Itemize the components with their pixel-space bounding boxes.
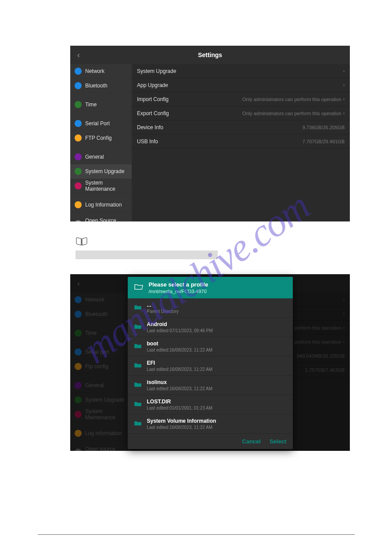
file-row[interactable]: bootLast edited:16/08/2023, 11:22 AM (128, 337, 293, 356)
select-button[interactable]: Select (270, 438, 286, 445)
sidebar-icon (75, 182, 82, 189)
settings-row[interactable]: Export ConfigOnly administrators can per… (132, 106, 350, 120)
settings-screenshot-2: ‹ NetworkBluetoothTimeSerial portFtp con… (70, 274, 350, 451)
redacted-bar (76, 250, 218, 259)
modal-overlay: Please select a profile /mnt/media_rw/FC… (70, 274, 350, 451)
sidebar-item-system-upgrade[interactable]: System Upgrade (70, 164, 132, 179)
settings-row[interactable]: System Upgrade› (132, 64, 350, 78)
sidebar-item-system-maintenance[interactable]: System Maintenance (70, 179, 132, 193)
sidebar-item-label: FTP Config (85, 135, 111, 141)
file-meta: Last edited:01/01/2001, 01:23 AM (147, 406, 213, 410)
row-label: Import Config (137, 96, 169, 102)
sidebar-item-label: Bluetooth (85, 83, 108, 89)
file-meta: Last edited:16/08/2023, 11:22 AM (147, 367, 213, 372)
folder-icon (134, 401, 142, 408)
chevron-right-icon: › (343, 111, 345, 116)
row-value: 9.736GB/26.205GB (302, 125, 345, 130)
sidebar-item-label: Open Source Software (85, 218, 127, 221)
header: ‹ Settings (70, 46, 350, 64)
settings-screenshot-1: ‹ Settings NetworkBluetoothTimeSerial Po… (70, 46, 350, 221)
file-meta: Parent Directory (147, 309, 179, 314)
sidebar-item-general[interactable]: General (70, 150, 132, 164)
file-meta: Last edited:16/08/2023, 11:22 AM (147, 348, 213, 352)
sidebar-icon (75, 220, 82, 221)
file-row[interactable]: isolinuxLast edited:16/08/2023, 11:22 AM (128, 376, 293, 395)
sidebar-icon (75, 82, 82, 89)
sidebar-icon (75, 68, 82, 75)
row-label: USB Info (137, 138, 158, 145)
file-row[interactable]: ...Parent Directory (128, 298, 293, 318)
sidebar-item-label: Log Information (85, 202, 122, 208)
sidebar-icon (75, 201, 82, 208)
dialog-title: Please select a profile (149, 281, 209, 288)
row-label: Device Info (137, 124, 163, 131)
sidebar-item-log-information[interactable]: Log Information (70, 198, 132, 212)
sidebar-icon (75, 120, 82, 127)
sidebar-icon (75, 101, 82, 108)
row-value: 7.707GB/29.491GB (302, 139, 345, 144)
dialog-header: Please select a profile /mnt/media_rw/FC… (128, 277, 293, 298)
sidebar-icon (75, 134, 82, 141)
file-name: LOST.DIR (147, 399, 213, 405)
file-row[interactable]: LOST.DIRLast edited:01/01/2001, 01:23 AM (128, 395, 293, 414)
sidebar: NetworkBluetoothTimeSerial PortFTP Confi… (70, 64, 132, 221)
folder-icon (134, 381, 142, 389)
file-name: System Volume Information (147, 418, 216, 424)
footer-divider (38, 534, 355, 535)
sidebar-item-label: Time (85, 102, 97, 108)
sidebar-item-label: System Upgrade (85, 168, 124, 174)
row-value: Only administrators can perform this ope… (242, 111, 342, 116)
file-name: EFI (147, 360, 213, 366)
sidebar-item-time[interactable]: Time (70, 98, 132, 112)
file-meta: Last edited:16/08/2023, 11:22 AM (147, 386, 213, 391)
file-list: ...Parent DirectoryAndroidLast edited:07… (128, 298, 293, 434)
file-row[interactable]: EFILast edited:16/08/2023, 11:22 AM (128, 356, 293, 376)
row-label: System Upgrade (137, 68, 176, 74)
settings-row[interactable]: App Upgrade› (132, 78, 350, 92)
sidebar-icon (75, 153, 82, 160)
file-name: ... (147, 302, 179, 308)
file-name: Android (147, 321, 213, 327)
sidebar-item-network[interactable]: Network (70, 64, 132, 79)
folder-icon (134, 304, 142, 312)
sidebar-item-label: Network (85, 68, 104, 74)
chevron-right-icon: › (343, 69, 345, 73)
file-name: isolinux (147, 379, 213, 385)
sidebar-item-bluetooth[interactable]: Bluetooth (70, 79, 132, 93)
page-title: Settings (198, 51, 222, 58)
sidebar-item-serial-port[interactable]: Serial Port (70, 116, 132, 131)
back-icon[interactable]: ‹ (77, 51, 80, 60)
settings-row[interactable]: USB Info7.707GB/29.491GB (132, 134, 350, 149)
sidebar-item-open-source-software[interactable]: Open Source Software (70, 217, 132, 221)
file-name: boot (147, 341, 213, 347)
chevron-right-icon: › (343, 97, 345, 102)
dialog-path: /mnt/media_rw/FCD3-4970 (149, 289, 209, 294)
sidebar-item-label: General (85, 154, 104, 160)
dialog-actions: Cancel Select (128, 434, 293, 449)
settings-row[interactable]: Import ConfigOnly administrators can per… (132, 92, 350, 106)
sidebar-item-label: System Maintenance (85, 180, 127, 192)
sidebar-item-label: Serial Port (85, 120, 110, 127)
folder-icon (134, 362, 142, 370)
file-picker-dialog: Please select a profile /mnt/media_rw/FC… (128, 277, 293, 449)
folder-icon (134, 323, 142, 331)
folder-open-icon (134, 283, 144, 292)
folder-icon (134, 420, 142, 428)
row-label: Export Config (137, 110, 169, 116)
file-row[interactable]: AndroidLast edited:07/11/2023, 09:46 PM (128, 318, 293, 337)
sidebar-icon (75, 168, 82, 175)
main-panel: System Upgrade›App Upgrade›Import Config… (132, 64, 350, 221)
folder-icon (134, 343, 142, 350)
settings-row[interactable]: Device Info9.736GB/26.205GB (132, 120, 350, 134)
file-meta: Last edited:16/08/2023, 11:22 AM (147, 425, 216, 430)
cancel-button[interactable]: Cancel (242, 438, 261, 445)
chevron-right-icon: › (343, 83, 345, 87)
file-meta: Last edited:07/11/2023, 09:46 PM (147, 328, 213, 333)
row-value: Only administrators can perform this ope… (242, 97, 342, 102)
file-row[interactable]: System Volume InformationLast edited:16/… (128, 414, 293, 434)
sidebar-item-ftp-config[interactable]: FTP Config (70, 131, 132, 145)
book-icon (76, 237, 88, 248)
row-label: App Upgrade (137, 82, 168, 88)
